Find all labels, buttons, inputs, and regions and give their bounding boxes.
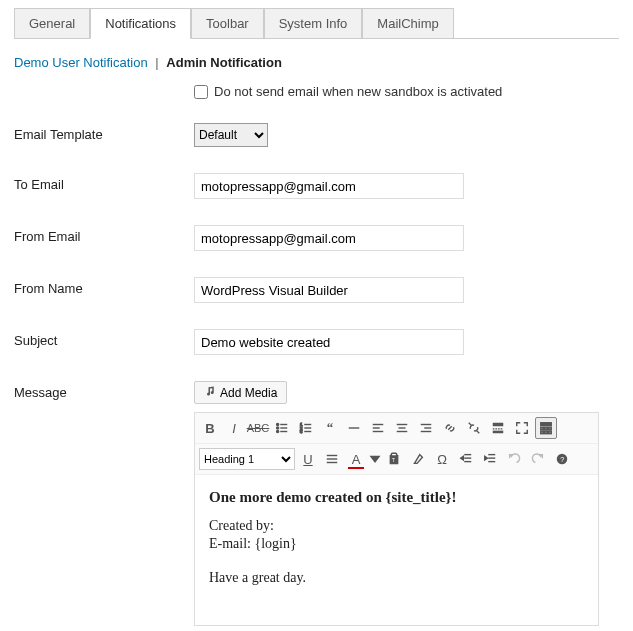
label-email-template: Email Template — [14, 123, 194, 142]
tab-toolbar[interactable]: Toolbar — [191, 8, 264, 39]
align-left-button[interactable] — [367, 417, 389, 439]
subnav-current-admin-notification: Admin Notification — [166, 55, 282, 70]
svg-rect-29 — [541, 431, 544, 434]
label-to-email: To Email — [14, 173, 194, 192]
from-name-input[interactable] — [194, 277, 464, 303]
music-note-icon — [204, 385, 216, 400]
bullet-list-button[interactable] — [271, 417, 293, 439]
svg-text:3: 3 — [300, 429, 303, 434]
blockquote-button[interactable]: “ — [319, 417, 341, 439]
subnav-link-user-notification[interactable]: Demo User Notification — [14, 55, 148, 70]
text-color-button[interactable]: A — [345, 448, 367, 470]
sub-nav: Demo User Notification | Admin Notificat… — [14, 55, 619, 70]
underline-button[interactable]: U — [297, 448, 319, 470]
editor-content-area[interactable]: One more demo created on {site_title}! C… — [195, 475, 598, 625]
svg-rect-36 — [391, 453, 396, 456]
svg-text:?: ? — [560, 456, 564, 463]
email-template-select[interactable]: Default — [194, 123, 268, 147]
svg-rect-25 — [541, 423, 552, 426]
message-heading: One more demo created on {site_title}! — [209, 489, 584, 506]
indent-button[interactable] — [479, 448, 501, 470]
editor-toolbar-row-2: Heading 1 U A T Ω ? — [195, 444, 598, 475]
label-from-name: From Name — [14, 277, 194, 296]
label-from-email: From Email — [14, 225, 194, 244]
svg-rect-24 — [493, 431, 504, 434]
do-not-send-label: Do not send email when new sandbox is ac… — [214, 84, 502, 99]
svg-rect-27 — [545, 427, 548, 430]
tab-mailchimp[interactable]: MailChimp — [362, 8, 453, 39]
message-line-2: E-mail: {login} — [209, 536, 584, 552]
svg-rect-26 — [541, 427, 544, 430]
align-center-button[interactable] — [391, 417, 413, 439]
subnav-separator: | — [155, 55, 158, 70]
clear-formatting-button[interactable] — [407, 448, 429, 470]
svg-rect-28 — [549, 427, 552, 430]
label-subject: Subject — [14, 329, 194, 348]
unlink-button[interactable] — [463, 417, 485, 439]
rich-text-editor: B I ABC 123 “ — [194, 412, 599, 626]
toolbar-toggle-button[interactable] — [535, 417, 557, 439]
bold-button[interactable]: B — [199, 417, 221, 439]
editor-toolbar-row-1: B I ABC 123 “ — [195, 413, 598, 444]
align-right-button[interactable] — [415, 417, 437, 439]
svg-point-4 — [277, 430, 279, 432]
tab-general[interactable]: General — [14, 8, 90, 39]
do-not-send-checkbox[interactable] — [194, 85, 208, 99]
svg-rect-22 — [493, 423, 504, 427]
notification-form: Do not send email when new sandbox is ac… — [14, 84, 619, 626]
tab-system-info[interactable]: System Info — [264, 8, 363, 39]
help-button[interactable]: ? — [551, 448, 573, 470]
add-media-button[interactable]: Add Media — [194, 381, 287, 404]
redo-button[interactable] — [527, 448, 549, 470]
svg-rect-31 — [549, 431, 552, 434]
message-line-3: Have a great day. — [209, 570, 584, 586]
numbered-list-button[interactable]: 123 — [295, 417, 317, 439]
from-email-input[interactable] — [194, 225, 464, 251]
read-more-button[interactable] — [487, 417, 509, 439]
to-email-input[interactable] — [194, 173, 464, 199]
outdent-button[interactable] — [455, 448, 477, 470]
message-line-1: Created by: — [209, 518, 584, 534]
text-color-dropdown[interactable] — [369, 448, 381, 470]
paste-text-button[interactable]: T — [383, 448, 405, 470]
undo-button[interactable] — [503, 448, 525, 470]
fullscreen-button[interactable] — [511, 417, 533, 439]
svg-point-0 — [277, 423, 279, 425]
add-media-label: Add Media — [220, 386, 277, 400]
horizontal-rule-button[interactable] — [343, 417, 365, 439]
format-select[interactable]: Heading 1 — [199, 448, 295, 470]
tab-notifications[interactable]: Notifications — [90, 8, 191, 39]
link-button[interactable] — [439, 417, 461, 439]
italic-button[interactable]: I — [223, 417, 245, 439]
label-message: Message — [14, 381, 194, 400]
align-justify-button[interactable] — [321, 448, 343, 470]
tabs-bar: General Notifications Toolbar System Inf… — [14, 8, 619, 39]
strikethrough-button[interactable]: ABC — [247, 417, 269, 439]
subject-input[interactable] — [194, 329, 464, 355]
svg-rect-30 — [545, 431, 548, 434]
special-char-button[interactable]: Ω — [431, 448, 453, 470]
svg-point-2 — [277, 427, 279, 429]
